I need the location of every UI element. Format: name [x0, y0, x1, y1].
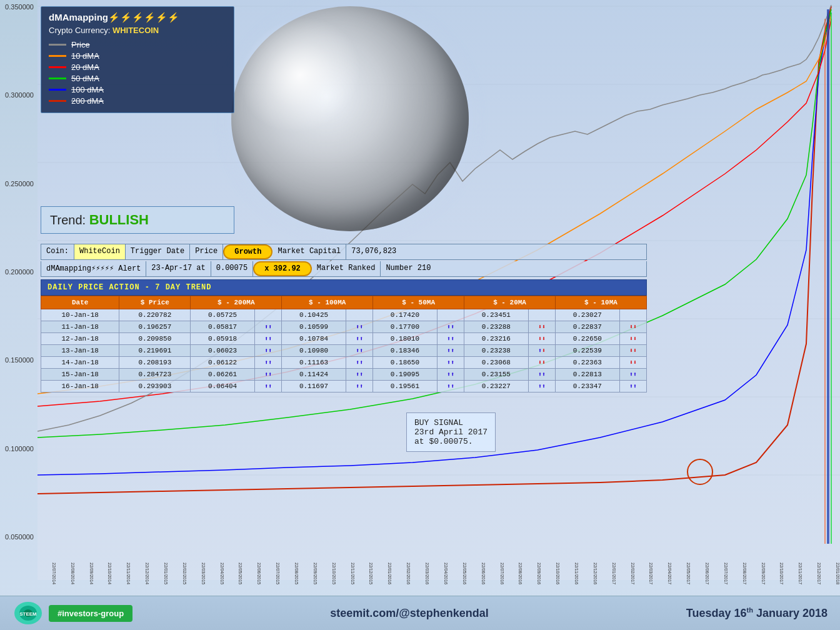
y-label-2: 0.300000 — [1, 91, 36, 99]
arrow-up-icon: ⬆ — [359, 359, 363, 366]
arrow-up-icon: ⬆ — [451, 359, 454, 366]
cell-10ma-arrows: ⬇⬇ — [619, 357, 646, 369]
y-label-4: 0.200000 — [1, 268, 36, 276]
x-date-label: 22/12/2017 — [817, 562, 821, 584]
arrow-up-icon: ⬆ — [268, 348, 272, 354]
table-row: 11-Jan-18 0.196257 0.05817 ⬆⬆ 0.10599 ⬆⬆… — [41, 321, 647, 333]
x-date-label: 22/01/2016 — [388, 562, 392, 584]
y-label-1: 0.350000 — [1, 3, 36, 11]
cell-10ma-val: 0.22650 — [556, 333, 620, 345]
coin-info-row1: Coin: WhiteCoin Trigger Date Price Growt… — [41, 244, 647, 260]
x-date-label: 22/06/2016 — [481, 562, 486, 584]
x-date-label: 22/02/2015 — [182, 562, 187, 584]
arrow-up-icon: ⬆ — [359, 324, 363, 331]
footer-date: Tuesday 16th January 2018 — [686, 606, 828, 620]
legend-item-10dma: 10 dMA — [49, 51, 226, 61]
x-date-label: 22/05/2016 — [462, 562, 467, 584]
cell-200ma-val: 0.06023 — [191, 345, 255, 357]
legend-crypto: Crypto Currency: WHITECOIN — [49, 26, 226, 35]
cell-20ma-val: 0.23216 — [464, 333, 529, 345]
x-date-label: 22/11/2015 — [351, 562, 355, 584]
investors-group-label[interactable]: #investors-group — [49, 605, 132, 622]
table-row: 15-Jan-18 0.284723 0.06261 ⬆⬆ 0.11424 ⬆⬆… — [41, 369, 647, 381]
cell-date: 16-Jan-18 — [41, 381, 119, 392]
x-date-label: 22/04/2016 — [444, 562, 448, 584]
cell-10ma-arrows — [619, 309, 646, 321]
legend-box: dMAmapping⚡⚡⚡⚡⚡⚡ Crypto Currency: WHITEC… — [41, 6, 234, 113]
cell-100ma-arrows: ⬆⬆ — [346, 345, 372, 357]
cell-date: 12-Jan-18 — [41, 333, 119, 345]
cell-price: 0.293903 — [119, 381, 191, 392]
x-axis: 22/06/201422/07/201422/08/201422/09/2014… — [38, 561, 840, 596]
cell-10ma-arrows: ⬇⬇ — [619, 345, 646, 357]
cell-200ma-val: 0.06261 — [191, 369, 255, 381]
cell-50ma-val: 0.19561 — [373, 381, 438, 392]
cell-50ma-arrows: ⬆⬆ — [437, 345, 464, 357]
cell-50ma-arrows: ⬆⬆ — [437, 381, 464, 392]
arrow-down-icon: ⬇ — [633, 324, 637, 331]
alert-label-cell: dMAmapping⚡⚡⚡⚡⚡ Alert — [41, 261, 146, 276]
cell-20ma-arrows: ⬇⬇ — [528, 357, 555, 369]
col-100ma: $ - 100MA — [282, 296, 373, 309]
legend-item-50dma: 50 dMA — [49, 74, 226, 83]
arrow-up-icon: ⬆ — [268, 383, 272, 390]
x-date-label: 22/02/2017 — [631, 562, 635, 584]
x-date-label: 22/09/2014 — [89, 562, 94, 584]
arrow-up-icon: ⬆ — [359, 348, 363, 354]
x-date-label: 22/09/2015 — [313, 562, 318, 584]
footer: STEEM #investors-group steemit.com/@step… — [0, 596, 840, 630]
cell-price: 0.219691 — [119, 345, 191, 357]
x-date-label: 22/10/2016 — [556, 562, 560, 584]
legend-items: Price 10 dMA 20 dMA 50 dMA 100 dMA 200 d… — [49, 40, 226, 106]
footer-left: STEEM #investors-group — [12, 601, 132, 626]
arrow-down-icon: ⬇ — [633, 348, 637, 354]
arrow-down-icon: ⬇ — [633, 359, 637, 366]
arrow-down-icon: ⬇ — [542, 336, 546, 342]
cell-price: 0.209850 — [119, 333, 191, 345]
legend-title: dMAmapping⚡⚡⚡⚡⚡⚡ — [49, 12, 226, 23]
cell-200ma-val: 0.05725 — [191, 309, 255, 321]
cell-20ma-arrows: ⬆⬆ — [528, 369, 555, 381]
x-date-label: 22/12/2014 — [145, 562, 149, 584]
x-date-label: 22/10/2017 — [779, 562, 784, 584]
arrow-down-icon: ⬇ — [542, 359, 546, 366]
cell-10ma-arrows: ⬆⬆ — [619, 369, 646, 381]
cell-50ma-val: 0.18346 — [373, 345, 438, 357]
arrow-up-icon: ⬆ — [451, 371, 454, 378]
col-20ma: $ - 20MA — [464, 296, 556, 309]
legend-item-20dma: 20 dMA — [49, 62, 226, 72]
cell-10ma-val: 0.22363 — [556, 357, 620, 369]
coin-name-cell: WhiteCoin — [74, 244, 126, 259]
y-axis: 0.350000 0.300000 0.250000 0.200000 0.15… — [0, 0, 38, 544]
y-label-5: 0.150000 — [1, 356, 36, 364]
x-date-label: 22/07/2015 — [276, 562, 280, 584]
x-date-label: 22/07/2017 — [724, 562, 728, 584]
buy-signal-line1: BUY SIGNAL — [414, 418, 488, 428]
arrow-up-icon: ⬆ — [542, 383, 546, 390]
buy-signal-box: BUY SIGNAL 23rd April 2017 at $0.00075. — [406, 412, 496, 452]
x-date-label: 22/12/2015 — [369, 562, 373, 584]
arrow-up-icon: ⬆ — [268, 336, 272, 342]
arrow-up-icon: ⬆ — [542, 371, 546, 378]
cell-200ma-arrows: ⬆⬆ — [254, 333, 281, 345]
price-value-cell: 0.00075 — [211, 261, 253, 276]
x-date-label: 22/01/2015 — [164, 562, 168, 584]
x-date-label: 22/10/2014 — [108, 562, 112, 584]
x-date-label: 22/06/2017 — [705, 562, 709, 584]
cell-20ma-arrows — [528, 309, 555, 321]
cell-20ma-val: 0.23238 — [464, 345, 529, 357]
market-ranked-cell: Market Ranked — [312, 261, 381, 276]
col-200ma: $ - 200MA — [191, 296, 282, 309]
x-date-label: 22/02/2016 — [406, 562, 411, 584]
arrow-up-icon: ⬆ — [633, 371, 637, 378]
svg-point-10 — [688, 459, 712, 484]
cell-100ma-arrows — [346, 309, 372, 321]
cell-200ma-val: 0.06404 — [191, 381, 255, 392]
table-row: 10-Jan-18 0.220782 0.05725 0.10425 0.174… — [41, 309, 647, 321]
x-date-label: 22/05/2015 — [238, 562, 242, 584]
cell-date: 11-Jan-18 — [41, 321, 119, 333]
arrow-up-icon: ⬆ — [451, 324, 454, 331]
cell-price: 0.220782 — [119, 309, 191, 321]
cell-10ma-val: 0.22539 — [556, 345, 620, 357]
cell-date: 13-Jan-18 — [41, 345, 119, 357]
